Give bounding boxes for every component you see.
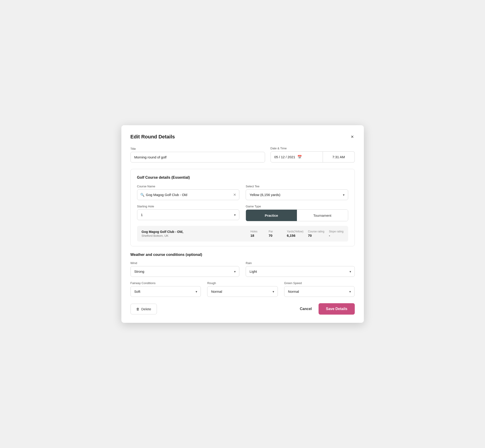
title-input[interactable]	[130, 152, 265, 162]
starting-hole-dropdown[interactable]: 1234 5678 910	[137, 209, 240, 220]
clear-icon[interactable]: ✕	[233, 192, 236, 197]
green-speed-dropdown[interactable]: Slow Normal Fast	[284, 286, 355, 297]
edit-round-modal: Edit Round Details × Title Date & Time 0…	[121, 125, 364, 323]
par-stat: Par 70	[264, 230, 282, 237]
datetime-inputs: 05 / 12 / 2021 📅 7:31 AM	[270, 151, 355, 162]
game-type-toggle: Practice Tournament	[246, 209, 348, 221]
wind-rain-row: Wind None Light Moderate Strong ▾ Rain N…	[130, 261, 355, 277]
course-info-name: Gog Magog Golf Club - Old, Shelford Bott…	[142, 230, 246, 237]
modal-title: Edit Round Details	[130, 134, 175, 140]
select-tee-wrapper: Yellow (6,156 yards) White Red Blue ▾	[246, 189, 348, 200]
weather-title: Weather and course conditions (optional)	[130, 253, 355, 257]
calendar-icon: 📅	[297, 155, 302, 159]
course-rating-value: 70	[308, 233, 312, 237]
holes-stat: Holes 18	[246, 230, 264, 237]
title-field-group: Title	[130, 147, 265, 162]
top-row: Title Date & Time 05 / 12 / 2021 📅 7:31 …	[130, 147, 355, 162]
modal-header: Edit Round Details ×	[130, 133, 355, 140]
wind-dropdown[interactable]: None Light Moderate Strong	[130, 266, 240, 277]
close-button[interactable]: ×	[350, 133, 355, 140]
search-icon: 🔍	[140, 193, 145, 197]
time-input[interactable]: 7:31 AM	[323, 151, 355, 162]
wind-label: Wind	[130, 261, 240, 265]
game-type-label: Game Type	[246, 205, 348, 208]
holes-value: 18	[251, 233, 254, 237]
golf-section-title: Golf Course details (Essential)	[137, 176, 348, 180]
rough-select-wrapper: Soft Normal Hard ▾	[207, 286, 278, 297]
green-speed-group: Green Speed Slow Normal Fast ▾	[284, 281, 355, 297]
rough-label: Rough	[207, 281, 278, 285]
select-tee-group: Select Tee Yellow (6,156 yards) White Re…	[246, 185, 348, 200]
starting-hole-label: Starting Hole	[137, 205, 240, 208]
course-top-row: Course Name 🔍 ✕ Select Tee Yellow (6,156…	[137, 185, 348, 200]
par-value: 70	[269, 233, 273, 237]
delete-label: Delete	[141, 307, 151, 311]
yards-value: 6,156	[287, 233, 296, 237]
course-rating-stat: Course rating 70	[303, 230, 324, 237]
wind-select-wrapper: None Light Moderate Strong ▾	[130, 266, 240, 277]
fairway-dropdown[interactable]: Soft Normal Hard	[130, 286, 201, 297]
course-rating-label: Course rating	[308, 230, 324, 233]
delete-button[interactable]: 🗑 Delete	[130, 304, 157, 314]
tournament-toggle-button[interactable]: Tournament	[297, 210, 348, 221]
yards-stat: Yards(Yellow) 6,156	[282, 230, 304, 237]
rain-dropdown[interactable]: None Light Moderate Heavy	[246, 266, 355, 277]
slope-rating-label: Slope rating	[329, 230, 343, 233]
course-bottom-row: Starting Hole 1234 5678 910 ▾ Game Type …	[137, 205, 348, 221]
holes-label: Holes	[251, 230, 258, 233]
wind-group: Wind None Light Moderate Strong ▾	[130, 261, 240, 277]
slope-rating-value: -	[329, 233, 330, 237]
fairway-group: Fairway Conditions Soft Normal Hard ▾	[130, 281, 201, 297]
footer-right: Cancel Save Details	[298, 303, 355, 315]
datetime-label: Date & Time	[270, 147, 355, 150]
yards-label: Yards(Yellow)	[287, 230, 304, 233]
rain-label: Rain	[246, 261, 355, 265]
conditions-row: Fairway Conditions Soft Normal Hard ▾ Ro…	[130, 281, 355, 297]
save-button[interactable]: Save Details	[319, 303, 355, 315]
trash-icon: 🗑	[136, 307, 140, 311]
green-speed-select-wrapper: Slow Normal Fast ▾	[284, 286, 355, 297]
course-name-group: Course Name 🔍 ✕	[137, 185, 240, 200]
course-info-location: Shelford Bottom, UK	[142, 234, 246, 237]
weather-section: Weather and course conditions (optional)…	[130, 253, 355, 297]
par-label: Par	[269, 230, 273, 233]
starting-hole-wrapper: 1234 5678 910 ▾	[137, 209, 240, 220]
rain-group: Rain None Light Moderate Heavy ▾	[246, 261, 355, 277]
game-type-group: Game Type Practice Tournament	[246, 205, 348, 221]
cancel-button[interactable]: Cancel	[298, 304, 314, 314]
course-info-row: Gog Magog Golf Club - Old, Shelford Bott…	[137, 226, 348, 241]
golf-course-section: Golf Course details (Essential) Course N…	[130, 169, 355, 246]
rain-select-wrapper: None Light Moderate Heavy ▾	[246, 266, 355, 277]
datetime-field-group: Date & Time 05 / 12 / 2021 📅 7:31 AM	[270, 147, 355, 162]
slope-rating-stat: Slope rating -	[324, 230, 343, 237]
title-label: Title	[130, 147, 265, 151]
practice-toggle-button[interactable]: Practice	[246, 210, 297, 221]
select-tee-dropdown[interactable]: Yellow (6,156 yards) White Red Blue	[246, 189, 348, 200]
course-name-label: Course Name	[137, 185, 240, 188]
fairway-label: Fairway Conditions	[130, 281, 201, 285]
date-input[interactable]: 05 / 12 / 2021 📅	[270, 151, 323, 162]
course-search-wrapper: 🔍 ✕	[137, 189, 240, 200]
fairway-select-wrapper: Soft Normal Hard ▾	[130, 286, 201, 297]
select-tee-label: Select Tee	[246, 185, 348, 188]
modal-footer: 🗑 Delete Cancel Save Details	[130, 303, 355, 315]
green-speed-label: Green Speed	[284, 281, 355, 285]
time-value: 7:31 AM	[332, 155, 345, 159]
course-name-input[interactable]	[137, 189, 240, 200]
starting-hole-group: Starting Hole 1234 5678 910 ▾	[137, 205, 240, 221]
rough-dropdown[interactable]: Soft Normal Hard	[207, 286, 278, 297]
rough-group: Rough Soft Normal Hard ▾	[207, 281, 278, 297]
date-value: 05 / 12 / 2021	[274, 155, 295, 159]
course-info-name-text: Gog Magog Golf Club - Old,	[142, 230, 246, 233]
